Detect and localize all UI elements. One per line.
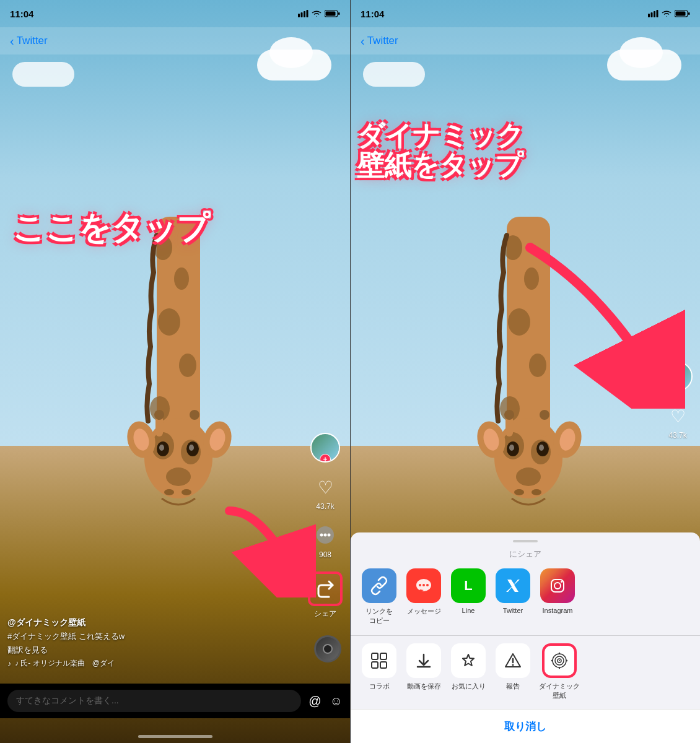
svg-point-19 [190, 410, 199, 420]
wifi-icon [312, 10, 322, 17]
music-disc[interactable] [314, 635, 341, 663]
share-action-report[interactable]: 報告 [494, 643, 532, 700]
svg-point-50 [532, 489, 541, 495]
svg-point-72 [561, 581, 562, 583]
like-count: 43.7k [316, 502, 334, 511]
music-disc-inner [323, 644, 333, 654]
back-arrow-icon: ‹ [10, 35, 14, 47]
share-app-twitter[interactable]: Twitter [494, 568, 532, 625]
svg-point-14 [164, 489, 174, 495]
svg-point-71 [554, 583, 561, 589]
save-video-icon [406, 643, 441, 678]
svg-rect-61 [654, 11, 655, 17]
svg-point-9 [166, 467, 191, 486]
svg-point-32 [320, 534, 323, 537]
nav-back-label: Twitter [17, 35, 48, 47]
comment-count: 908 [319, 550, 331, 559]
share-app-line[interactable]: L Line [450, 568, 487, 625]
share-cancel-button[interactable]: 取り消し [351, 709, 700, 744]
messages-label: メッセージ [407, 607, 441, 616]
status-bar: 11:04 [0, 0, 350, 27]
svg-point-15 [182, 489, 191, 495]
username: @ダイナミック壁紙 [7, 617, 307, 628]
share-action-dynamic-wallpaper[interactable]: ダイナミック壁紙 [539, 643, 580, 700]
share-app-instagram[interactable]: Instagram [539, 568, 576, 625]
svg-rect-73 [372, 653, 378, 659]
translate-link[interactable]: 翻訳を見る [7, 645, 307, 656]
comment-icons: @ ☺ [308, 694, 343, 708]
share-sheet-title: にシェア [351, 549, 700, 560]
right-screen: 11:04 ‹ Twitter ダ [350, 0, 700, 743]
arrow-right [357, 235, 685, 409]
favorites-label: お気に入り [452, 682, 486, 691]
report-label: 報告 [506, 682, 520, 691]
status-icons-right [648, 10, 690, 17]
status-time: 11:04 [10, 9, 33, 19]
svg-point-48 [539, 445, 544, 451]
line-icon: L [451, 568, 486, 603]
svg-point-2 [174, 267, 189, 290]
svg-point-54 [540, 410, 549, 420]
share-apps-row: リンクをコピー メッセージ L [351, 568, 700, 625]
svg-point-17 [154, 410, 164, 420]
dynamic-wallpaper-label: ダイナミック壁紙 [539, 682, 580, 700]
svg-point-49 [514, 489, 524, 495]
home-indicator [138, 735, 212, 738]
signal-icon-right [648, 10, 658, 17]
instagram-label: Instagram [543, 607, 573, 614]
svg-point-67 [419, 584, 421, 586]
svg-rect-65 [676, 12, 686, 16]
svg-rect-62 [657, 10, 658, 17]
share-action-save-video[interactable]: 動画を保存 [405, 643, 442, 700]
status-time-right: 11:04 [361, 9, 384, 19]
svg-rect-26 [304, 11, 305, 17]
save-video-label: 動画を保存 [407, 682, 441, 691]
comment-input[interactable]: すてきなコメントを書く... [7, 690, 301, 712]
messages-icon [406, 568, 441, 603]
share-app-copy-link[interactable]: リンクをコピー [361, 568, 398, 625]
bottom-text-overlay: @ダイナミック壁紙 #ダイナミック壁紙 これ笑えるw 翻訳を見る ♪ ♪ 氏- … [7, 617, 307, 669]
svg-rect-27 [307, 10, 308, 17]
share-action-collabo[interactable]: コラボ [361, 643, 398, 700]
like-button-right[interactable]: ♡ 43.7k [665, 404, 690, 440]
copy-link-label: リンクをコピー [365, 607, 393, 625]
emoji-icon[interactable]: ☺ [330, 694, 343, 708]
share-action-favorites[interactable]: お気に入り [450, 643, 487, 700]
comment-button[interactable]: 908 [313, 523, 338, 559]
svg-point-84 [559, 667, 560, 668]
at-icon[interactable]: @ [308, 694, 321, 708]
svg-rect-76 [380, 662, 387, 668]
svg-point-52 [504, 410, 514, 420]
avatar-container[interactable]: + [310, 433, 340, 463]
comment-bar: すてきなコメントを書く... @ ☺ [0, 684, 350, 718]
twitter-label: Twitter [503, 607, 523, 614]
like-button[interactable]: ♡ 43.7k [313, 475, 338, 511]
svg-rect-59 [648, 14, 650, 17]
dynamic-wallpaper-icon [542, 643, 577, 678]
svg-point-82 [559, 660, 560, 661]
music-note-icon: ♪ [7, 659, 11, 668]
annotation-text-left: ここをタップ [12, 211, 209, 246]
heart-icon[interactable]: ♡ [313, 475, 338, 500]
share-actions-row: コラボ 動画を保存 [351, 643, 700, 700]
comment-icon[interactable] [313, 523, 338, 548]
share-label: シェア [314, 609, 336, 619]
follow-plus-icon[interactable]: + [320, 454, 331, 463]
svg-point-68 [422, 584, 425, 586]
share-app-messages[interactable]: メッセージ [405, 568, 442, 625]
like-count-right: 43.7k [668, 431, 686, 440]
nav-back-label-right: Twitter [367, 35, 398, 47]
svg-point-11 [159, 445, 164, 451]
music-info: ♪ ♪ 氏- オリジナル楽曲 @ダイ [7, 658, 307, 669]
music-text: ♪ 氏- オリジナル楽曲 @ダイ [15, 658, 115, 669]
share-divider [351, 635, 700, 636]
collabo-icon [362, 643, 396, 678]
nav-back-button[interactable]: ‹ Twitter [10, 35, 48, 47]
avatar[interactable]: + [310, 433, 340, 463]
svg-point-83 [559, 652, 560, 653]
collabo-label: コラボ [369, 682, 390, 691]
svg-point-69 [426, 584, 429, 586]
nav-back-button-right[interactable]: ‹ Twitter [361, 35, 398, 47]
wifi-icon-right [662, 10, 672, 17]
status-bar-right: 11:04 [351, 0, 700, 27]
